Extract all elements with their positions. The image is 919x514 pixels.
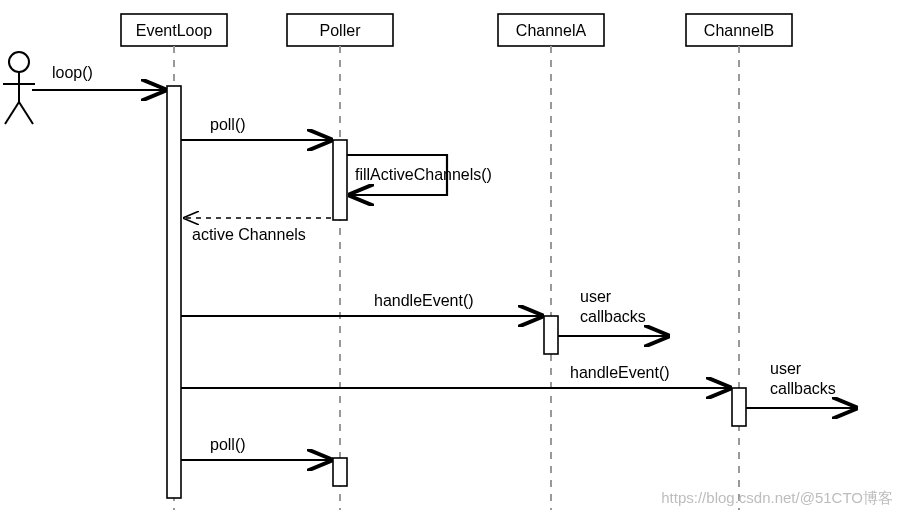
actor-icon bbox=[3, 52, 35, 124]
message-poll-1-label: poll() bbox=[210, 116, 246, 133]
message-user-callbacks-b-label-2: callbacks bbox=[770, 380, 836, 397]
lifeline-channel-a: ChannelA bbox=[498, 14, 604, 46]
lifeline-poller: Poller bbox=[287, 14, 393, 46]
activation-poller-2 bbox=[333, 458, 347, 486]
message-loop-label: loop() bbox=[52, 64, 93, 81]
lifeline-channel-a-label: ChannelA bbox=[516, 22, 587, 39]
message-active-channels-label: active Channels bbox=[192, 226, 306, 243]
lifeline-eventloop-label: EventLoop bbox=[136, 22, 213, 39]
activation-channel-a bbox=[544, 316, 558, 354]
message-poll-2-label: poll() bbox=[210, 436, 246, 453]
svg-line-4 bbox=[19, 102, 33, 124]
message-user-callbacks-a-label-2: callbacks bbox=[580, 308, 646, 325]
activation-channel-b bbox=[732, 388, 746, 426]
lifeline-poller-label: Poller bbox=[320, 22, 362, 39]
message-user-callbacks-a-label-1: user bbox=[580, 288, 612, 305]
message-user-callbacks-b-label-1: user bbox=[770, 360, 802, 377]
message-fill-active-label: fillActiveChannels() bbox=[355, 166, 492, 183]
lifeline-channel-b-label: ChannelB bbox=[704, 22, 774, 39]
lifeline-channel-b: ChannelB bbox=[686, 14, 792, 46]
activation-poller-1 bbox=[333, 140, 347, 220]
svg-point-0 bbox=[9, 52, 29, 72]
svg-line-3 bbox=[5, 102, 19, 124]
message-handle-event-a-label: handleEvent() bbox=[374, 292, 474, 309]
activation-eventloop bbox=[167, 86, 181, 498]
lifeline-eventloop: EventLoop bbox=[121, 14, 227, 46]
message-handle-event-b-label: handleEvent() bbox=[570, 364, 670, 381]
